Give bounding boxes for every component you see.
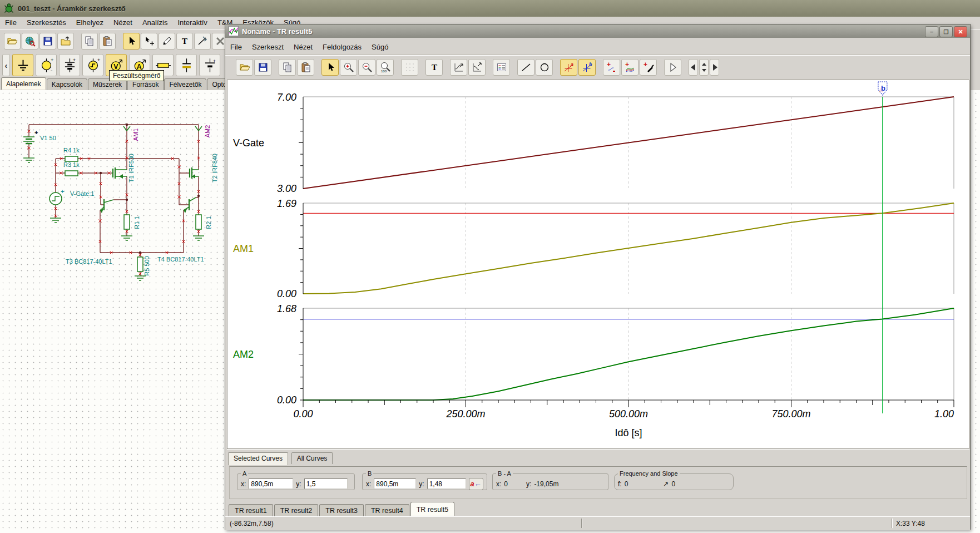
arrow-right-button[interactable] — [710, 59, 719, 76]
tab-tr-result1[interactable]: TR result1 — [229, 504, 273, 517]
schematic-label-v1: V1 50 — [40, 135, 56, 141]
spinner-button[interactable] — [699, 59, 709, 76]
svg-text:T: T — [182, 37, 187, 46]
menu-file[interactable]: File — [0, 17, 22, 29]
pen-button[interactable] — [159, 33, 175, 50]
battery-cell-button[interactable]: + — [199, 54, 220, 76]
paste-button[interactable] — [99, 33, 116, 50]
tab-tr-result4[interactable]: TR result4 — [365, 504, 409, 517]
circle-tool-button[interactable] — [536, 59, 553, 76]
generator-button[interactable]: + — [82, 54, 103, 76]
menu-szerkeszt[interactable]: Szerkeszt — [247, 41, 289, 53]
menu-feldolgozás[interactable]: Feldolgozás — [318, 41, 367, 53]
menu-súgó[interactable]: Súgó — [367, 41, 393, 53]
copy-button[interactable] — [279, 59, 296, 76]
close-button[interactable] — [954, 26, 967, 37]
a-x-input[interactable] — [249, 478, 293, 489]
svg-text:+: + — [607, 62, 611, 68]
menu-interaktív[interactable]: Interaktív — [172, 17, 212, 29]
export-folder-button[interactable] — [57, 33, 74, 50]
grid-icon — [404, 62, 415, 73]
menu-file[interactable]: File — [225, 41, 247, 53]
save-icon — [42, 36, 53, 47]
text-tool-button[interactable]: T — [425, 59, 443, 76]
main-window-title: 001_teszt - Áramkör szerkesztő — [18, 4, 126, 13]
selection-cursor-button[interactable] — [123, 33, 140, 50]
a-y-input[interactable] — [304, 478, 348, 489]
restore-button[interactable] — [939, 26, 953, 37]
copy-icon — [282, 62, 293, 73]
zoom-out-button[interactable] — [358, 59, 375, 76]
curves-panel: Selected Curves All Curves A x: y: B x: … — [227, 449, 969, 501]
menu-nézet[interactable]: Nézet — [108, 17, 137, 29]
voltage-source-icon: +- — [39, 58, 54, 73]
svg-text:b: b — [881, 84, 885, 92]
zoom-100-button[interactable]: 100 — [377, 59, 394, 76]
menu-nézet[interactable]: Nézet — [289, 41, 318, 53]
selection-cursor-button[interactable] — [321, 59, 339, 76]
text-tool-button[interactable]: T — [176, 33, 193, 50]
charts[interactable]: 7.003.00V-Gate1.690.00AM11.680.00AM20.00… — [227, 80, 969, 448]
add-curve-button[interactable]: + — [603, 59, 620, 76]
schematic-label-am2: AM2 — [204, 125, 211, 138]
paste-button[interactable] — [297, 59, 314, 76]
flag-tool-button[interactable] — [664, 59, 681, 76]
cursor-b-icon: b — [582, 62, 593, 73]
tab-all-curves[interactable]: All Curves — [291, 452, 333, 464]
chart-panel[interactable]: 7.003.00V-Gate1.690.00AM11.680.00AM20.00… — [227, 80, 969, 449]
wire-cursor-button[interactable] — [141, 33, 157, 50]
tr-window-title: Noname - TR result5 — [242, 27, 312, 36]
tab-tr-result3[interactable]: TR result3 — [319, 504, 364, 517]
arrow-left-button[interactable] — [689, 59, 698, 76]
tab-tr-result2[interactable]: TR result2 — [274, 504, 319, 517]
svg-text:0.00: 0.00 — [277, 394, 296, 406]
wire-edit-button[interactable] — [194, 33, 211, 50]
zoom-in-button[interactable] — [340, 59, 357, 76]
grid-button[interactable] — [401, 59, 418, 76]
legend-button[interactable] — [493, 59, 510, 76]
svg-text:+: + — [212, 58, 216, 64]
schematic-label-vgate: V-Gate:1 — [70, 190, 94, 197]
curve-modify-button[interactable] — [450, 59, 467, 76]
cursor-b-button[interactable]: b — [578, 59, 596, 76]
menu-elhelyez[interactable]: Elhelyez — [71, 17, 108, 29]
add-curves-button[interactable]: + — [621, 59, 639, 76]
group-b-label: B — [366, 470, 373, 477]
b-x-input[interactable] — [374, 478, 416, 489]
cursor-a-button[interactable]: a — [560, 59, 577, 76]
tab-selected-curves[interactable]: Selected Curves — [228, 452, 288, 465]
set-a-to-b-button[interactable]: a← — [469, 478, 483, 490]
tab-kapcsol-k[interactable]: Kapcsolók — [47, 78, 87, 90]
line-tool-button[interactable] — [517, 59, 534, 76]
menu-szerkesztés[interactable]: Szerkesztés — [22, 17, 71, 29]
tab-tr-result5[interactable]: TR result5 — [410, 502, 455, 516]
tab-alapelemek[interactable]: Alapelemek — [1, 77, 46, 90]
open-folder-button[interactable] — [236, 59, 253, 76]
tr-title-bar[interactable]: Noname - TR result5 — [225, 24, 970, 38]
b-y-input[interactable] — [427, 478, 466, 489]
tab-f-lvezet-k[interactable]: Félvezetők — [164, 78, 206, 90]
menu-analízis[interactable]: Analízis — [137, 17, 173, 29]
ground-button[interactable] — [12, 54, 33, 76]
copy-button[interactable] — [81, 33, 98, 50]
minimize-button[interactable] — [925, 26, 938, 37]
svg-text:0.00: 0.00 — [293, 408, 313, 420]
battery-cell-icon: + — [202, 58, 217, 73]
svg-text:+: + — [50, 58, 53, 63]
open-folder-button[interactable] — [4, 33, 21, 50]
cursor-a-icon: a — [563, 62, 575, 73]
selection-cursor-icon — [126, 36, 137, 47]
ba-y-value: -19,05m — [534, 480, 558, 488]
add-point-button[interactable]: + — [640, 59, 657, 76]
search-globe-button[interactable] — [22, 33, 38, 50]
group-a-label: A — [241, 470, 248, 477]
schematic-label-r3: R3 1k — [63, 161, 80, 168]
slope-icon: ↗ — [663, 480, 669, 488]
curve-modify2-button[interactable] — [468, 59, 486, 76]
save-button[interactable] — [254, 59, 271, 76]
save-button[interactable] — [39, 33, 56, 50]
chevron-left-button[interactable]: ‹ — [2, 54, 10, 76]
battery-button[interactable]: + — [59, 54, 80, 76]
capacitor-button[interactable] — [176, 54, 197, 76]
voltage-source-button[interactable]: +- — [36, 54, 57, 76]
